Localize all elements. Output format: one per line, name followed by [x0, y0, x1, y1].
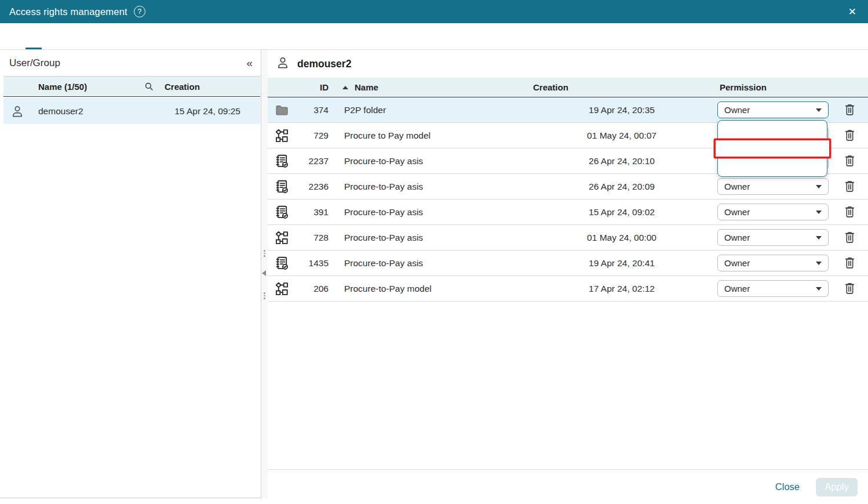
close-icon[interactable]: ✕	[845, 5, 860, 19]
tab-bar	[0, 23, 868, 50]
permission-dropdown[interactable]: Owner	[717, 229, 829, 246]
column-header-permission[interactable]: Permission	[717, 82, 831, 92]
panel-splitter[interactable]	[261, 50, 268, 498]
permission-table-row[interactable]: 206 Procure-to-Pay model 17 Apr 24, 02:1…	[268, 276, 868, 302]
item-creation-date: 15 Apr 24, 09:02	[526, 207, 717, 217]
apply-button[interactable]: Apply	[816, 478, 858, 496]
list-icon	[268, 179, 296, 194]
dialog-titlebar: Access rights management ? ✕	[0, 0, 868, 23]
item-creation-date: 01 May 24, 00:07	[526, 130, 717, 141]
chevron-down-icon	[816, 236, 822, 240]
item-creation-date: 26 Apr 24, 20:09	[526, 182, 717, 192]
help-icon[interactable]: ?	[134, 6, 145, 17]
item-id: 2237	[296, 156, 337, 166]
user-icon	[276, 56, 290, 72]
permission-value: Owner	[724, 105, 750, 115]
tab-files[interactable]	[9, 23, 25, 49]
permission-value: Owner	[724, 207, 750, 217]
selected-user-name: demouser2	[297, 58, 351, 70]
model-icon	[268, 281, 296, 296]
permissions-panel: demouser2 ID Name Creation Permission 37…	[268, 50, 868, 504]
delete-permission-button[interactable]	[842, 179, 858, 194]
item-creation-date: 19 Apr 24, 20:41	[526, 258, 717, 269]
chevron-down-icon	[816, 211, 822, 214]
model-icon	[268, 128, 296, 143]
item-name: Procure to Pay model	[337, 130, 526, 141]
permission-value: Owner	[724, 284, 750, 293]
item-name: Procure-to-Pay model	[337, 284, 526, 294]
user-icon	[3, 104, 31, 118]
item-creation-date: 19 Apr 24, 20:35	[526, 105, 717, 115]
tab-users[interactable]	[25, 23, 42, 49]
user-name: demouser2	[31, 106, 157, 117]
permission-table-row[interactable]: 728 Procure-to-Pay asis 01 May 24, 00:00…	[268, 225, 868, 251]
permission-dropdown[interactable]: Owner	[717, 204, 829, 220]
sort-ascending-icon[interactable]	[342, 86, 348, 89]
chevron-down-icon	[816, 108, 822, 112]
access-rights-dialog: Access rights management ? ✕ User/Group …	[0, 0, 868, 504]
permission-table-row[interactable]: 1435 Procure-to-Pay asis 19 Apr 24, 20:4…	[268, 251, 868, 276]
delete-permission-button[interactable]	[842, 102, 858, 118]
user-group-panel: User/Group « Name (1/50) Creation demous…	[0, 50, 261, 498]
item-name: Procure-to-Pay asis	[337, 258, 526, 269]
item-id: 729	[296, 130, 337, 141]
column-header-creation[interactable]: Creation	[526, 82, 717, 92]
permission-value: Owner	[724, 258, 750, 268]
selected-user-heading: demouser2	[268, 50, 868, 78]
close-button[interactable]: Close	[775, 481, 800, 492]
column-header-id[interactable]: ID	[296, 82, 337, 92]
permissions-table-header: ID Name Creation Permission	[268, 78, 868, 97]
permission-option-viewer-full[interactable]	[718, 124, 827, 140]
user-creation-date: 15 Apr 24, 09:25	[157, 106, 260, 117]
permission-dropdown[interactable]: Owner	[717, 280, 829, 297]
search-icon[interactable]	[144, 82, 154, 91]
chevron-down-icon	[816, 185, 822, 188]
delete-permission-button[interactable]	[842, 255, 858, 271]
delete-permission-button[interactable]	[842, 230, 858, 245]
folder-icon	[268, 103, 296, 117]
item-name: P2P folder	[337, 105, 526, 115]
user-group-table: Name (1/50) Creation demouser2 15 Apr 24…	[3, 76, 260, 124]
splitter-grip-icon[interactable]	[263, 292, 266, 299]
user-group-table-header: Name (1/50) Creation	[3, 76, 260, 97]
permission-dropdown[interactable]: Owner	[717, 101, 829, 118]
user-group-row[interactable]: demouser2 15 Apr 24, 09:25	[3, 98, 260, 124]
column-header-name[interactable]: Name (1/50)	[38, 82, 87, 92]
delete-permission-button[interactable]	[842, 281, 858, 296]
chevron-down-icon	[816, 262, 822, 265]
list-icon	[268, 256, 296, 270]
permission-table-row[interactable]: 2236 Procure-to-Pay asis 26 Apr 24, 20:0…	[268, 174, 868, 200]
permission-table-row[interactable]: 391 Procure-to-Pay asis 15 Apr 24, 09:02…	[268, 200, 868, 225]
item-id: 206	[296, 284, 337, 294]
item-name: Procure-to-Pay asis	[337, 182, 526, 192]
permission-table-row[interactable]: 374 P2P folder 19 Apr 24, 20:35 Owner	[268, 97, 868, 123]
item-creation-date: 17 Apr 24, 02:12	[526, 284, 717, 294]
splitter-collapse-left-icon[interactable]	[262, 270, 266, 276]
delete-permission-button[interactable]	[842, 153, 858, 169]
item-id: 2236	[296, 182, 337, 192]
column-header-creation[interactable]: Creation	[157, 82, 260, 92]
item-name: Procure-to-Pay asis	[337, 207, 526, 217]
item-creation-date: 26 Apr 24, 20:10	[526, 156, 717, 166]
item-id: 728	[296, 233, 337, 243]
collapse-panel-icon[interactable]: «	[246, 57, 253, 70]
permission-option-owner[interactable]	[718, 157, 827, 173]
chevron-down-icon	[816, 287, 822, 291]
permission-option-editor[interactable]	[716, 140, 829, 157]
permission-dropdown[interactable]: Owner	[717, 255, 829, 271]
dialog-body: User/Group « Name (1/50) Creation demous…	[0, 50, 868, 504]
item-name: Procure-to-Pay asis	[337, 233, 526, 243]
permission-dropdown-menu	[717, 120, 827, 177]
splitter-grip-icon[interactable]	[263, 250, 266, 257]
permission-value: Owner	[724, 233, 750, 242]
item-creation-date: 01 May 24, 00:00	[526, 233, 717, 243]
permission-value: Owner	[724, 182, 750, 191]
delete-permission-button[interactable]	[842, 128, 858, 143]
dialog-footer: Close Apply	[268, 469, 868, 504]
column-header-name[interactable]: Name	[355, 82, 378, 92]
model-icon	[268, 230, 296, 245]
panel-title: User/Group	[9, 57, 60, 69]
delete-permission-button[interactable]	[842, 204, 858, 220]
item-id: 1435	[296, 258, 337, 269]
permission-dropdown[interactable]: Owner	[717, 178, 829, 195]
